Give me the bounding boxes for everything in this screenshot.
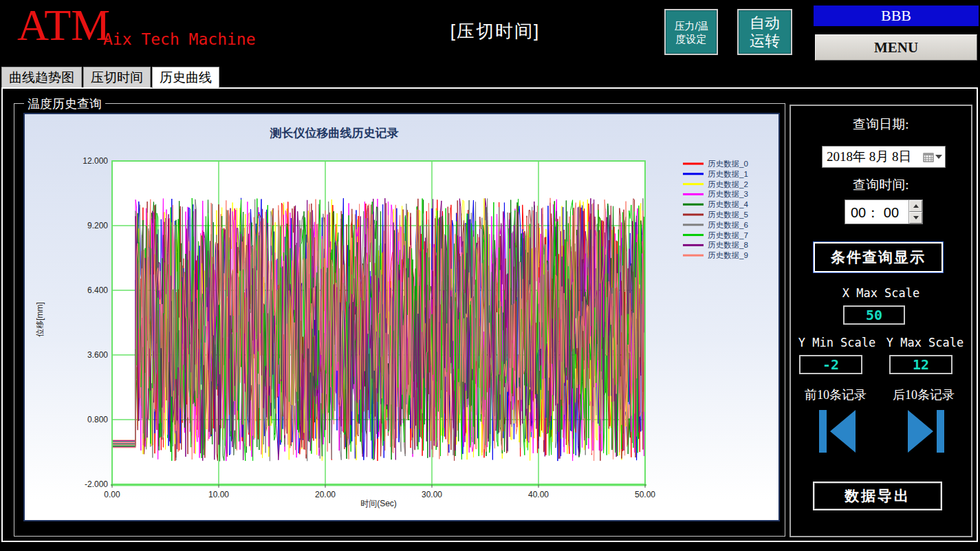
y-tick-label: 0.800 — [87, 415, 108, 424]
query-time-label: 查询时间: — [791, 176, 971, 194]
legend-label-8: 历史数据_8 — [708, 241, 748, 249]
data-export-button[interactable]: 数据导出 — [813, 482, 942, 510]
tab-history-curve[interactable]: 历史曲线 — [152, 67, 219, 88]
chart-y-axis-title: 位移[mm] — [34, 285, 46, 354]
query-date-label: 查询日期: — [791, 116, 971, 133]
groupbox-label: 温度历史查询 — [24, 96, 105, 112]
y-max-scale-field[interactable]: 12 — [889, 355, 952, 374]
legend-label-6: 历史数据_6 — [708, 221, 748, 229]
app-logo-subtitle: Aix Tech Machine — [103, 30, 256, 48]
hmi-screen: ATM Aix Tech Machine [压切时间] 压力/温 度设定 自动 … — [0, 0, 980, 551]
status-banner: BBB — [814, 6, 979, 26]
y-tick-label: 9.200 — [87, 221, 108, 230]
menu-button[interactable]: MENU — [815, 34, 977, 61]
time-spin-down-button[interactable] — [909, 212, 922, 224]
next-10-records-label: 后10条记录 — [880, 387, 967, 403]
legend-label-0: 历史数据_0 — [708, 160, 748, 168]
legend-label-1: 历史数据_1 — [708, 170, 748, 178]
chart-x-axis-title: 时间(Sec) — [112, 498, 645, 510]
temperature-history-groupbox: 温度历史查询 12.0009.2006.4003.6000.800-2.0000… — [14, 103, 785, 537]
conditional-query-button[interactable]: 条件查询显示 — [814, 242, 943, 272]
x-max-scale-label: X Max Scale — [791, 286, 971, 300]
skip-back-button[interactable] — [816, 410, 860, 453]
legend-label-9: 历史数据_9 — [708, 251, 748, 259]
auto-run-button[interactable]: 自动 运转 — [737, 9, 792, 55]
tab-press-cut-time[interactable]: 压切时间 — [83, 67, 151, 87]
app-logo: ATM — [17, 1, 110, 50]
auto-run-label: 自动 运转 — [750, 14, 780, 50]
main-content: 温度历史查询 12.0009.2006.4003.6000.800-2.0000… — [1, 87, 978, 542]
y-min-scale-label: Y Min Scale — [794, 336, 880, 349]
y-tick-label: -2.000 — [85, 479, 108, 489]
time-spinner — [908, 200, 922, 224]
y-max-scale-label: Y Max Scale — [882, 336, 968, 349]
query-panel: 查询日期: 2018年 8月 8日 查询时间: — [790, 105, 972, 537]
y-tick-label: 6.400 — [87, 285, 108, 295]
query-time-value: 00： 00 — [845, 200, 908, 224]
prev-10-records-label: 前10条记录 — [792, 387, 879, 403]
legend-label-5: 历史数据_5 — [708, 210, 748, 219]
tab-bar: 曲线趋势图 压切时间 历史曲线 — [1, 67, 219, 87]
tab-curve-trend[interactable]: 曲线趋势图 — [1, 67, 82, 87]
y-tick-label: 3.600 — [87, 350, 108, 360]
x-max-scale-field[interactable]: 50 — [843, 305, 905, 325]
query-date-picker[interactable]: 2018年 8月 8日 — [822, 146, 946, 168]
query-time-input[interactable]: 00： 00 — [845, 199, 923, 224]
y-tick-label: 12.000 — [83, 156, 108, 166]
chart-title: 测长仪位移曲线历史记录 — [25, 125, 644, 141]
page-title: [压切时间] — [385, 19, 605, 43]
legend-label-4: 历史数据_4 — [708, 200, 748, 208]
down-arrow-icon — [913, 216, 919, 219]
history-chart-panel: 12.0009.2006.4003.6000.800-2.0000.0010.0… — [23, 113, 780, 521]
pressure-temp-setting-label: 压力/温 度设定 — [674, 19, 708, 45]
legend-label-7: 历史数据_7 — [708, 231, 748, 239]
calendar-icon — [923, 152, 934, 162]
date-dropdown-arrow-icon[interactable] — [935, 155, 942, 159]
history-chart-svg: 12.0009.2006.4003.6000.800-2.0000.0010.0… — [25, 114, 778, 520]
skip-forward-button[interactable] — [904, 410, 948, 453]
legend-label-2: 历史数据_2 — [708, 180, 748, 188]
pressure-temp-setting-button[interactable]: 压力/温 度设定 — [664, 9, 718, 55]
up-arrow-icon — [913, 204, 919, 208]
y-min-scale-field[interactable]: -2 — [799, 355, 862, 374]
legend-label-3: 历史数据_3 — [708, 190, 748, 198]
time-spin-up-button[interactable] — [909, 200, 922, 212]
query-date-value: 2018年 8月 8日 — [823, 148, 923, 166]
